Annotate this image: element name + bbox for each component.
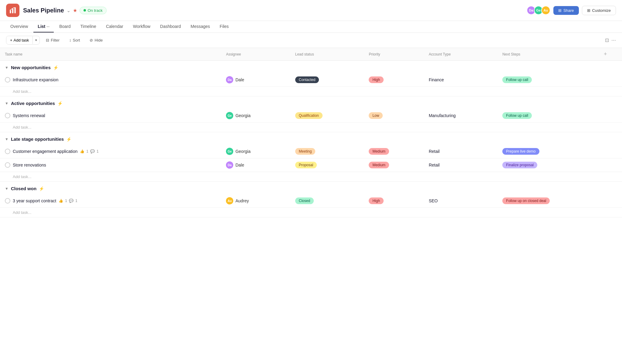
add-task-text[interactable]: Add task... xyxy=(5,125,31,130)
add-task-dropdown-icon[interactable]: ▾ xyxy=(32,36,39,44)
header-right: Da Ge Au ⊞ Share ⊞ Customize xyxy=(527,6,616,15)
priority-cell: High xyxy=(364,73,424,87)
lightning-icon: ⚡ xyxy=(53,65,58,70)
avatar: Da xyxy=(226,161,233,169)
avatar: Ge xyxy=(226,148,233,155)
next-steps-cell: Follow up call xyxy=(497,73,599,87)
title-area: Sales Pipeline ⌄ ★ On track xyxy=(23,7,107,14)
customize-button[interactable]: ⊞ Customize xyxy=(582,6,616,15)
col-header-next-steps: Next Steps xyxy=(497,48,599,61)
add-task-row: Add task... xyxy=(0,123,622,132)
add-task-row: Add task... xyxy=(0,172,622,182)
task-meta: 👍 1 💬 1 xyxy=(59,199,77,203)
priority-cell: Medium xyxy=(364,158,424,172)
more-options-icon[interactable]: ··· xyxy=(611,37,616,43)
collapse-icon[interactable]: ▼ xyxy=(5,137,9,141)
like-count: 1 xyxy=(65,199,67,203)
section-header-content: ▼ Late stage opportunities ⚡ xyxy=(5,136,617,142)
add-task-text[interactable]: Add task... xyxy=(5,89,31,94)
status-badge[interactable]: On track xyxy=(80,7,107,14)
next-steps-cell: Prepare live demo xyxy=(497,145,599,158)
add-column-icon[interactable]: + xyxy=(604,51,607,57)
hide-label: Hide xyxy=(94,38,103,42)
add-task-main-button[interactable]: + Add task xyxy=(6,36,32,44)
section-active-opportunities: ▼ Active opportunities ⚡ xyxy=(0,96,622,109)
customize-icon: ⊞ xyxy=(587,8,590,13)
task-name-cell: ○ 3 year support contract 👍 1 💬 1 xyxy=(0,194,221,208)
assignee-cell: Da Dale xyxy=(221,73,290,87)
row-actions-cell xyxy=(599,158,622,172)
collapse-icon[interactable]: ▼ xyxy=(5,187,9,191)
filter-button[interactable]: ⊟ Filter xyxy=(42,36,63,44)
add-task-text[interactable]: Add task... xyxy=(5,174,31,179)
tab-workflow[interactable]: Workflow xyxy=(129,21,155,32)
section-header-content: ▼ Closed won ⚡ xyxy=(5,186,617,191)
col-header-priority: Priority xyxy=(364,48,424,61)
task-name: Infrastructure expansion xyxy=(13,77,58,82)
assignee-cell: Ge Georgia xyxy=(221,109,290,123)
assignee-cell: Da Dale xyxy=(221,158,290,172)
table-row: ○ Store renovations Da Dale Proposal Med… xyxy=(0,158,622,172)
add-task-row: Add task... xyxy=(0,208,622,217)
task-complete-checkbox[interactable]: ○ xyxy=(5,198,10,204)
task-complete-checkbox[interactable]: ○ xyxy=(5,162,10,168)
status-dot xyxy=(84,9,86,12)
priority-badge: Medium xyxy=(369,162,389,168)
collapse-icon[interactable]: ▼ xyxy=(5,66,9,70)
tab-messages[interactable]: Messages xyxy=(186,21,214,32)
section-header-content: ▼ Active opportunities ⚡ xyxy=(5,101,617,106)
sort-label: Sort xyxy=(73,38,80,42)
share-icon: ⊞ xyxy=(558,8,562,13)
tab-board[interactable]: Board xyxy=(55,21,75,32)
tab-timeline[interactable]: Timeline xyxy=(76,21,101,32)
hide-button[interactable]: ⊘ Hide xyxy=(86,36,106,44)
lead-status-badge: Proposal xyxy=(295,162,317,168)
task-name: Store renovations xyxy=(13,163,46,167)
add-task-row: Add task... xyxy=(0,87,622,96)
save-view-icon[interactable]: ⊡ xyxy=(605,37,609,43)
avatar-audrey[interactable]: Au xyxy=(541,6,550,15)
tab-calendar[interactable]: Calendar xyxy=(102,21,128,32)
status-label: On track xyxy=(88,8,103,13)
assignee-cell: Ge Georgia xyxy=(221,145,290,158)
avatar: Au xyxy=(226,197,233,204)
next-steps-badge: Prepare live demo xyxy=(502,148,539,155)
section-active-label: Active opportunities xyxy=(11,101,55,106)
top-header: Sales Pipeline ⌄ ★ On track Da Ge Au ⊞ S… xyxy=(0,0,622,21)
priority-badge: Medium xyxy=(369,148,389,155)
task-complete-checkbox[interactable]: ○ xyxy=(5,113,10,118)
task-complete-checkbox[interactable]: ○ xyxy=(5,77,10,83)
col-header-lead-status: Lead status xyxy=(290,48,364,61)
tab-files[interactable]: Files xyxy=(215,21,233,32)
task-name-cell: ○ Systems renewal xyxy=(0,109,221,123)
row-actions-cell xyxy=(599,73,622,87)
lead-status-cell: Closed xyxy=(290,194,364,208)
task-complete-checkbox[interactable]: ○ xyxy=(5,149,10,154)
avatar: Da xyxy=(226,76,233,83)
task-name-cell: ○ Customer engagement application 👍 1 💬 … xyxy=(0,145,221,158)
lead-status-cell: Proposal xyxy=(290,158,364,172)
add-task-button[interactable]: + Add task ▾ xyxy=(6,36,40,45)
toolbar-right: ⊡ ··· xyxy=(605,37,616,43)
project-title: Sales Pipeline xyxy=(23,7,64,14)
lead-status-cell: Meeting xyxy=(290,145,364,158)
filter-label: Filter xyxy=(51,38,60,42)
assignee-name: Audrey xyxy=(235,198,249,203)
priority-cell: High xyxy=(364,194,424,208)
list-tab-dots: ··· xyxy=(46,25,50,29)
title-chevron-icon[interactable]: ⌄ xyxy=(67,8,70,13)
next-steps-cell: Follow up call xyxy=(497,109,599,123)
share-button[interactable]: ⊞ Share xyxy=(553,6,579,15)
row-actions-cell xyxy=(599,194,622,208)
tab-list[interactable]: List ··· xyxy=(33,21,54,32)
share-label: Share xyxy=(563,8,574,13)
collapse-icon[interactable]: ▼ xyxy=(5,101,9,106)
sort-button[interactable]: ↕ Sort xyxy=(66,36,84,44)
assignee-name: Dale xyxy=(235,77,244,82)
tab-overview[interactable]: Overview xyxy=(6,21,32,32)
tab-dashboard[interactable]: Dashboard xyxy=(156,21,185,32)
table-row: ○ 3 year support contract 👍 1 💬 1 Au Aud xyxy=(0,194,622,208)
favorite-star-icon[interactable]: ★ xyxy=(73,8,77,13)
add-task-text[interactable]: Add task... xyxy=(5,210,31,215)
priority-cell: Medium xyxy=(364,145,424,158)
